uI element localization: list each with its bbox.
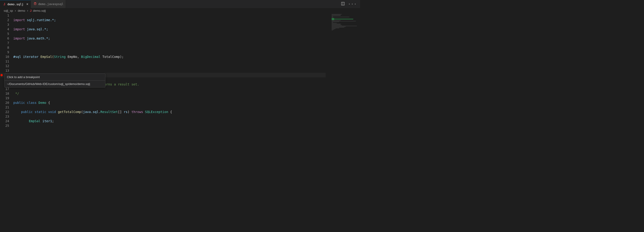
keyword: throws <box>131 110 143 114</box>
java-file-icon: J <box>3 2 6 6</box>
breadcrumb-part[interactable]: demo <box>18 9 25 12</box>
svg-point-0 <box>34 2 36 3</box>
param: TotalComp); <box>100 55 124 58</box>
breakpoint-hover-icon[interactable] <box>0 74 3 76</box>
chevron-right-icon <box>27 9 29 12</box>
keyword-import: import <box>13 18 25 22</box>
sql-directive: #sql <box>13 55 21 58</box>
breadcrumb-part[interactable]: demo.sqlj <box>33 9 46 12</box>
java-file-icon: J <box>30 9 32 12</box>
keyword-import: import <box>13 27 25 31</box>
tab-demo-javaspsql[interactable]: demo.javaspsql <box>31 0 66 8</box>
type: BigDecimal <box>81 55 100 58</box>
tab-label: demo.sqlj <box>7 2 24 6</box>
type: String <box>54 55 66 58</box>
breadcrumb-part[interactable]: sqlj_sp <box>4 9 13 12</box>
tab-demo-sqlj[interactable]: J demo.sqlj × <box>0 0 31 8</box>
package-path: java.sql. <box>83 110 100 114</box>
database-icon <box>34 2 37 6</box>
editor[interactable]: 1234 5678 9101112 13 17181920 21222324 2… <box>0 13 360 130</box>
comment: */ <box>13 92 19 95</box>
param: EmpNo, <box>66 55 81 58</box>
tooltip-title: Click to add a breakpoint <box>4 74 105 81</box>
chevron-right-icon <box>14 9 16 12</box>
keyword: static <box>35 110 46 114</box>
identifier: iterator <box>23 55 38 58</box>
package-path: java.sql.*; <box>27 27 48 31</box>
variable: rs <box>124 110 128 114</box>
class-name: Demo <box>38 101 46 104</box>
tabs-container: J demo.sqlj × demo.javaspsql <box>0 0 66 8</box>
vertical-scrollbar[interactable] <box>357 13 360 130</box>
paren: ) <box>128 110 129 114</box>
code-content[interactable]: import sqlj.runtime.*; import java.sql.*… <box>13 13 360 130</box>
keyword: void <box>48 110 56 114</box>
keyword: class <box>27 101 36 104</box>
type: EmpSal <box>29 119 40 123</box>
editor-actions: ··· <box>341 2 360 6</box>
function-name: getTotalComp <box>58 110 81 114</box>
keyword: public <box>21 110 33 114</box>
paren: ( <box>81 110 83 114</box>
type: ResultSet <box>100 110 118 114</box>
function-name: EmpSal( <box>40 55 54 58</box>
breakpoint-tooltip: Click to add a breakpoint ~/Documents/Gi… <box>4 74 106 88</box>
breadcrumb[interactable]: sqlj_sp demo J demo.sqlj <box>0 8 360 13</box>
keyword-import: import <box>13 36 25 40</box>
brace: { <box>170 110 172 114</box>
line-number-gutter[interactable]: 1234 5678 9101112 13 17181920 21222324 2… <box>0 13 13 130</box>
package-path: java.math.*; <box>27 36 50 40</box>
tooltip-path: ~/Documents/GitHub/Web-IDE/custom/sqlj_s… <box>4 81 105 87</box>
keyword: public <box>13 101 25 104</box>
tab-label: demo.javaspsql <box>38 2 64 6</box>
package-path: sqlj.runtime.*; <box>27 18 56 22</box>
tab-bar: J demo.sqlj × demo.javaspsql ··· <box>0 0 360 8</box>
type: SQLException <box>145 110 168 114</box>
brace: { <box>48 101 50 104</box>
more-actions-icon[interactable]: ··· <box>348 2 357 6</box>
split-editor-icon[interactable] <box>341 2 345 6</box>
close-icon[interactable]: × <box>26 2 28 6</box>
variable: iter1 <box>42 119 52 123</box>
brackets: [] <box>118 110 122 114</box>
semicolon: ; <box>52 119 54 123</box>
